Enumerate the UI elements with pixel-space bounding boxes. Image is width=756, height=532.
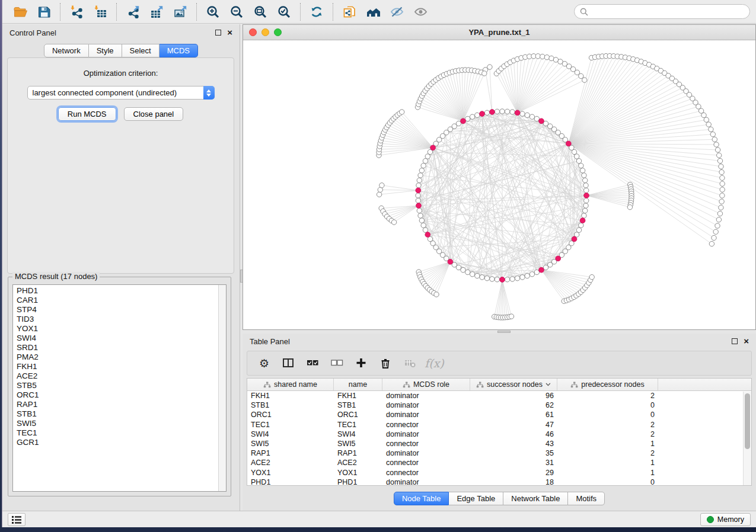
table-tab-network-table[interactable]: Network Table <box>503 492 568 505</box>
table-row[interactable]: STB1STB1dominator620 <box>247 400 751 410</box>
mcds-result-item[interactable]: SWI4 <box>17 334 226 343</box>
mcds-result-item[interactable]: PMA2 <box>17 352 226 362</box>
column-header-shared-name[interactable]: shared name <box>247 379 334 390</box>
table-row[interactable]: PHD1PHD1dominator180 <box>247 477 751 486</box>
delete-column-button[interactable] <box>375 354 397 373</box>
table-cell: TEC1 <box>247 421 334 429</box>
table-row[interactable]: SWI4SWI4dominator462 <box>247 430 751 439</box>
table-cell: 2 <box>557 421 658 429</box>
table-row[interactable]: ORC1ORC1dominator610 <box>247 410 751 419</box>
table-row[interactable]: FKH1FKH1dominator962 <box>247 391 751 400</box>
mcds-result-item[interactable]: SRD1 <box>17 343 226 352</box>
select-all-checkbox-button[interactable] <box>302 354 324 373</box>
result-list-scrollbar[interactable] <box>218 285 226 491</box>
mcds-result-item[interactable]: PHD1 <box>17 286 226 296</box>
column-header-successor-nodes[interactable]: successor nodes <box>470 379 557 390</box>
tab-network[interactable]: Network <box>44 44 89 57</box>
criterion-select[interactable]: largest connected component (undirected) <box>27 86 215 100</box>
table-tab-node-table[interactable]: Node Table <box>394 492 449 505</box>
open-file-icon <box>13 5 28 18</box>
zoom-in-button[interactable] <box>201 2 225 21</box>
zoom-selected-button[interactable] <box>272 2 296 21</box>
table-cell: connector <box>382 440 470 448</box>
save-session-icon <box>37 5 52 18</box>
search-input[interactable] <box>592 7 744 16</box>
zoom-in-icon <box>206 5 221 18</box>
show-all-icon <box>413 5 428 18</box>
table-cell: 43 <box>470 440 557 448</box>
criterion-selected-value: largest connected component (undirected) <box>28 88 203 97</box>
deselect-all-checkbox-button[interactable] <box>326 354 348 373</box>
table-tab-motifs[interactable]: Motifs <box>568 492 605 505</box>
table-cell: dominator <box>382 478 470 486</box>
table-cell: YOX1 <box>247 469 334 477</box>
run-mcds-button[interactable]: Run MCDS <box>58 107 116 121</box>
main-toolbar <box>2 0 756 24</box>
horizontal-splitter-grip[interactable] <box>497 331 511 333</box>
search-box[interactable] <box>574 4 750 19</box>
mcds-result-item[interactable]: RAP1 <box>17 400 226 409</box>
tab-mcds[interactable]: MCDS <box>160 44 198 57</box>
network-canvas[interactable] <box>243 40 755 329</box>
mcds-result-item[interactable]: TID3 <box>17 315 226 324</box>
refresh-button[interactable] <box>305 2 328 21</box>
float-panel-icon[interactable] <box>215 30 221 36</box>
table-row[interactable]: RAP1RAP1dominator352 <box>247 448 751 458</box>
status-bar: Memory <box>2 511 756 527</box>
table-cell: 96 <box>470 392 557 400</box>
open-file-button[interactable] <box>8 2 32 21</box>
mcds-result-item[interactable]: SWI5 <box>17 419 226 428</box>
table-cell: 0 <box>557 411 658 419</box>
export-table-button[interactable] <box>145 2 168 21</box>
mcds-result-item[interactable]: TEC1 <box>17 428 226 438</box>
table-cell: YOX1 <box>334 469 382 477</box>
memory-button[interactable]: Memory <box>700 513 751 526</box>
table-scrollbar-thumb[interactable] <box>745 393 750 449</box>
table-tab-edge-table[interactable]: Edge Table <box>449 492 503 505</box>
mcds-result-item[interactable]: STB5 <box>17 381 226 390</box>
add-column-icon <box>355 357 368 369</box>
save-session-button[interactable] <box>32 2 56 21</box>
mcds-result-item[interactable]: STB1 <box>17 409 226 419</box>
tab-select[interactable]: Select <box>122 44 160 57</box>
mcds-result-item[interactable]: CAR1 <box>17 296 226 305</box>
table-row[interactable]: SWI5SWI5connector431 <box>247 439 751 448</box>
tab-style[interactable]: Style <box>89 44 122 57</box>
table-cell: dominator <box>382 411 470 419</box>
close-panel-button[interactable]: Close panel <box>124 107 184 121</box>
mcds-result-item[interactable]: STP4 <box>17 305 226 315</box>
clone-network-button[interactable] <box>337 2 361 21</box>
mcds-result-item[interactable]: YOX1 <box>17 324 226 334</box>
close-panel-icon[interactable]: × <box>227 30 232 36</box>
table-row[interactable]: ACE2ACE2connector311 <box>247 458 751 467</box>
network-graph[interactable] <box>243 40 756 330</box>
close-table-panel-icon[interactable]: × <box>744 338 749 344</box>
task-history-button[interactable] <box>8 513 25 526</box>
mcds-result-list[interactable]: PHD1CAR1STP4TID3YOX1SWI4SRD1PMA2FKH1ACE2… <box>12 284 227 492</box>
import-network-button[interactable] <box>65 2 88 21</box>
column-header-MCDS-role[interactable]: MCDS role <box>382 379 470 390</box>
add-column-button[interactable] <box>350 354 372 373</box>
zoom-fit-button[interactable] <box>248 2 272 21</box>
import-table-button[interactable] <box>88 2 112 21</box>
table-cell: SWI4 <box>334 430 382 438</box>
table-scrollbar[interactable] <box>743 392 751 485</box>
column-header-predecessor-nodes[interactable]: predecessor nodes <box>557 379 658 390</box>
zoom-out-button[interactable] <box>225 2 248 21</box>
split-panel-button[interactable] <box>277 354 299 373</box>
export-image-button[interactable] <box>168 2 192 21</box>
mcds-result-item[interactable]: ORC1 <box>17 390 226 400</box>
column-header-name[interactable]: name <box>334 379 382 390</box>
mcds-result-item[interactable]: FKH1 <box>17 362 226 371</box>
mcds-result-item[interactable]: GCR1 <box>17 438 226 447</box>
table-row[interactable]: YOX1YOX1connector291 <box>247 468 751 477</box>
mcds-result-item[interactable]: ACE2 <box>17 371 226 381</box>
export-network-button[interactable] <box>121 2 145 21</box>
table-row[interactable]: TEC1TEC1connector472 <box>247 420 751 430</box>
hide-selected-button[interactable] <box>385 2 409 21</box>
show-all-button[interactable] <box>409 2 432 21</box>
first-neighbors-button[interactable] <box>361 2 385 21</box>
float-table-panel-icon[interactable] <box>732 338 738 344</box>
table-settings-button[interactable]: ⚙ <box>253 354 275 373</box>
toolbar-separator <box>333 3 333 21</box>
